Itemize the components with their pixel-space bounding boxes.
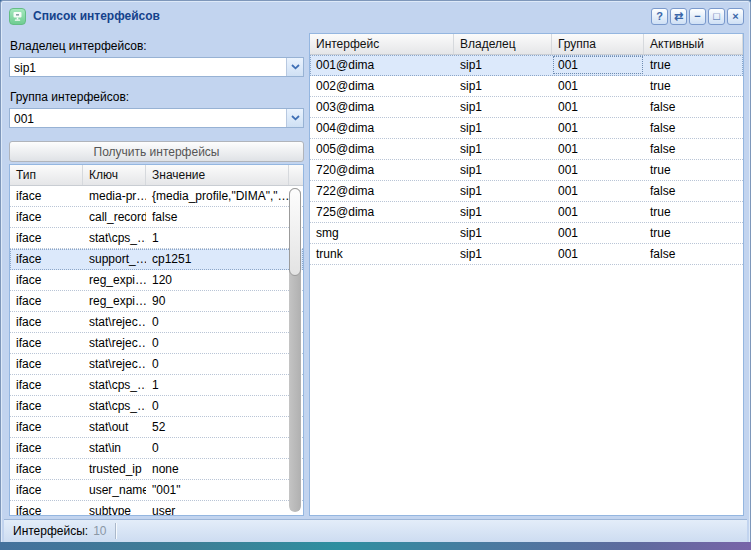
table-cell[interactable]: iface xyxy=(10,417,83,437)
vertical-scrollbar[interactable] xyxy=(289,188,301,512)
table-cell[interactable]: stat\rejec… xyxy=(83,333,146,353)
table-row[interactable]: 725@dimasip1001true xyxy=(310,202,743,223)
group-interfaces-combo[interactable]: 001 xyxy=(9,108,304,128)
table-cell[interactable]: stat\cps_… xyxy=(83,396,146,416)
table-row[interactable]: ifacestat\rejec…0 xyxy=(10,312,303,333)
table-cell[interactable]: iface xyxy=(10,459,83,479)
table-row[interactable]: trunksip1001false xyxy=(310,244,743,265)
table-row[interactable]: ifacesupport_…cp1251 xyxy=(10,249,303,270)
table-row[interactable]: ifacereg_expi…120 xyxy=(10,270,303,291)
table-cell[interactable]: call_record xyxy=(83,207,146,227)
table-row[interactable]: 002@dimasip1001true xyxy=(310,76,743,97)
table-cell[interactable]: 003@dima xyxy=(310,97,454,117)
table-cell[interactable]: 0 xyxy=(146,354,289,374)
table-cell[interactable]: true xyxy=(644,202,743,222)
table-cell[interactable]: false xyxy=(644,244,743,264)
table-row[interactable]: ifacereg_expi…90 xyxy=(10,291,303,312)
column-header[interactable]: Тип xyxy=(10,165,83,185)
table-cell[interactable]: stat\cps_… xyxy=(83,228,146,248)
table-cell[interactable]: iface xyxy=(10,312,83,332)
table-cell[interactable]: sip1 xyxy=(454,160,552,180)
table-cell[interactable]: 52 xyxy=(146,417,289,437)
table-row[interactable]: ifaceuser_name"001" xyxy=(10,480,303,501)
table-cell[interactable]: sip1 xyxy=(454,202,552,222)
table-cell[interactable]: iface xyxy=(10,396,83,416)
table-cell[interactable]: iface xyxy=(10,270,83,290)
table-cell[interactable]: 722@dima xyxy=(310,181,454,201)
table-cell[interactable]: true xyxy=(644,76,743,96)
table-cell[interactable]: 001 xyxy=(552,55,644,75)
table-cell[interactable]: stat\in xyxy=(83,438,146,458)
table-cell[interactable]: 001 xyxy=(552,97,644,117)
table-cell[interactable]: iface xyxy=(10,501,83,516)
table-cell[interactable]: 0 xyxy=(146,333,289,353)
table-cell[interactable]: 001 xyxy=(552,202,644,222)
minimize-button[interactable]: − xyxy=(689,8,706,25)
table-row[interactable]: 003@dimasip1001false xyxy=(310,97,743,118)
table-cell[interactable]: iface xyxy=(10,333,83,353)
table-row[interactable]: 722@dimasip1001false xyxy=(310,181,743,202)
table-cell[interactable]: trusted_ip xyxy=(83,459,146,479)
table-cell[interactable]: reg_expi… xyxy=(83,270,146,290)
table-cell[interactable]: iface xyxy=(10,375,83,395)
table-cell[interactable]: 0 xyxy=(146,438,289,458)
table-cell[interactable]: 001 xyxy=(552,223,644,243)
table-cell[interactable]: {media_profile,"DIMA","… xyxy=(146,186,289,206)
table-cell[interactable]: none xyxy=(146,459,289,479)
table-cell[interactable]: reg_expi… xyxy=(83,291,146,311)
table-cell[interactable]: 002@dima xyxy=(310,76,454,96)
scrollbar-thumb[interactable] xyxy=(289,188,301,276)
table-cell[interactable]: support_… xyxy=(83,249,146,269)
column-header[interactable]: Значение xyxy=(146,165,289,185)
fetch-interfaces-button[interactable]: Получить интерфейсы xyxy=(9,141,304,162)
table-cell[interactable]: 1 xyxy=(146,228,289,248)
table-cell[interactable]: true xyxy=(644,223,743,243)
table-cell[interactable]: sip1 xyxy=(454,118,552,138)
table-cell[interactable]: stat\rejec… xyxy=(83,354,146,374)
table-cell[interactable]: stat\out xyxy=(83,417,146,437)
table-row[interactable]: 001@dimasip1001true xyxy=(310,55,743,76)
help-button[interactable]: ? xyxy=(651,8,668,25)
table-cell[interactable]: false xyxy=(644,118,743,138)
table-cell[interactable]: 120 xyxy=(146,270,289,290)
table-cell[interactable]: 001 xyxy=(552,160,644,180)
table-cell[interactable]: false xyxy=(644,181,743,201)
table-cell[interactable]: sip1 xyxy=(454,223,552,243)
table-cell[interactable]: stat\cps_… xyxy=(83,375,146,395)
table-cell[interactable]: true xyxy=(644,160,743,180)
table-row[interactable]: smgsip1001true xyxy=(310,223,743,244)
table-cell[interactable]: "001" xyxy=(146,480,289,500)
table-row[interactable]: ifacestat\out52 xyxy=(10,417,303,438)
table-cell[interactable]: 0 xyxy=(146,312,289,332)
table-cell[interactable]: iface xyxy=(10,228,83,248)
table-cell[interactable]: iface xyxy=(10,354,83,374)
table-cell[interactable]: 004@dima xyxy=(310,118,454,138)
table-cell[interactable]: iface xyxy=(10,207,83,227)
column-header[interactable]: Интерфейс xyxy=(310,34,454,54)
table-cell[interactable]: false xyxy=(644,97,743,117)
table-cell[interactable]: sip1 xyxy=(454,55,552,75)
titlebar[interactable]: Список интерфейсов ?⇄−□× xyxy=(4,4,747,28)
table-cell[interactable]: iface xyxy=(10,249,83,269)
table-cell[interactable]: 0 xyxy=(146,396,289,416)
refresh-button[interactable]: ⇄ xyxy=(670,8,687,25)
column-header[interactable]: Группа xyxy=(552,34,644,54)
table-cell[interactable]: 1 xyxy=(146,375,289,395)
table-cell[interactable]: iface xyxy=(10,186,83,206)
table-cell[interactable]: 001@dima xyxy=(310,55,454,75)
table-row[interactable]: 720@dimasip1001true xyxy=(310,160,743,181)
column-header[interactable]: Владелец xyxy=(454,34,552,54)
table-cell[interactable]: 001 xyxy=(552,76,644,96)
table-cell[interactable]: subtype xyxy=(83,501,146,516)
column-header[interactable]: Активный xyxy=(644,34,743,54)
table-row[interactable]: ifacesubtypeuser xyxy=(10,501,303,516)
table-cell[interactable]: true xyxy=(644,55,743,75)
group-combo-trigger[interactable] xyxy=(286,109,303,127)
table-cell[interactable]: sip1 xyxy=(454,97,552,117)
table-row[interactable]: ifacetrusted_ipnone xyxy=(10,459,303,480)
close-button[interactable]: × xyxy=(727,8,744,25)
table-cell[interactable]: iface xyxy=(10,291,83,311)
table-cell[interactable]: user xyxy=(146,501,289,516)
table-row[interactable]: ifacemedia-pr…{media_profile,"DIMA","… xyxy=(10,186,303,207)
table-cell[interactable]: 005@dima xyxy=(310,139,454,159)
